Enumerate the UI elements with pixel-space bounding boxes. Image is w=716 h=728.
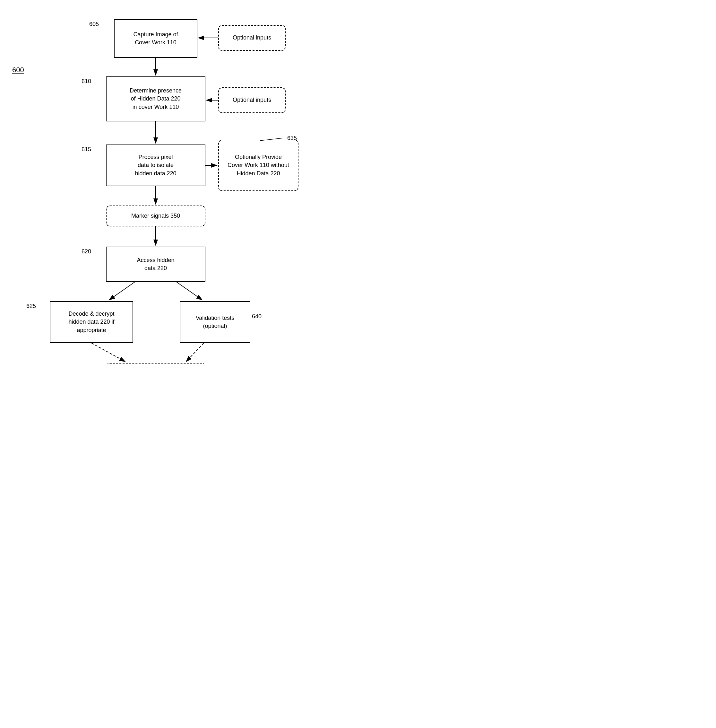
box-635-label: Optionally Provide Cover Work 110 withou… [228,153,289,178]
box-635: Optionally Provide Cover Work 110 withou… [218,140,299,191]
svg-line-10 [176,282,202,300]
box-optional2-label: Optional inputs [233,96,271,104]
box-620-label: Access hidden data 220 [137,256,174,272]
box-605-label: Capture Image of Cover Work 110 [133,30,178,47]
label-610: 610 [82,78,91,85]
label-640: 640 [252,313,262,320]
box-optional1-label: Optional inputs [233,34,271,42]
box-615: Process pixel data to isolate hidden dat… [106,144,205,186]
label-620: 620 [82,248,91,255]
diagram: 600 Capture Image of Cover Work 110 605 … [0,0,358,364]
label-600: 600 [12,66,24,74]
box-marker: Marker signals 350 [106,205,205,226]
box-marker-label: Marker signals 350 [131,212,180,220]
box-610-label: Determine presence of Hidden Data 220 in… [130,87,182,111]
box-625-label: Decode & decrypt hidden data 220 if appr… [68,310,114,334]
svg-line-12 [186,343,204,362]
box-hidden-accessed: Hidden data 220 accessed [106,363,205,364]
box-640-label: Validation tests (optional) [196,314,235,330]
box-optional1: Optional inputs [218,25,286,51]
box-615-label: Process pixel data to isolate hidden dat… [135,153,176,178]
box-610: Determine presence of Hidden Data 220 in… [106,76,205,122]
label-605: 605 [89,21,99,27]
label-625: 625 [26,303,36,310]
label-615: 615 [82,146,91,153]
box-640: Validation tests (optional) [180,301,250,343]
svg-line-9 [109,282,135,300]
box-optional2: Optional inputs [218,87,286,113]
svg-line-11 [91,343,125,362]
box-625: Decode & decrypt hidden data 220 if appr… [50,301,133,343]
box-620: Access hidden data 220 [106,247,205,282]
box-605: Capture Image of Cover Work 110 [114,19,197,58]
label-635: 635 [287,135,297,141]
